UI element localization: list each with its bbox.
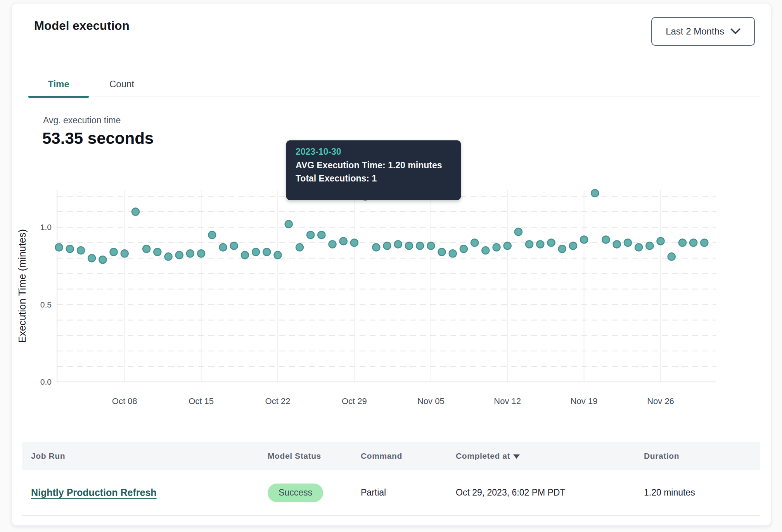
data-point[interactable]	[351, 239, 358, 246]
data-point[interactable]	[340, 237, 347, 245]
duration-cell: 1.20 minutes	[644, 487, 695, 498]
data-point[interactable]	[416, 242, 424, 249]
data-point[interactable]	[318, 231, 325, 238]
data-point[interactable]	[569, 242, 577, 249]
x-tick-label: Oct 29	[342, 396, 367, 406]
tooltip-total-executions: Total Executions: 1	[296, 173, 433, 184]
x-tick-label: Nov 26	[647, 396, 674, 406]
data-point[interactable]	[165, 253, 172, 260]
data-point[interactable]	[143, 245, 150, 252]
data-point[interactable]	[460, 245, 467, 252]
job-run-link[interactable]: Nightly Production Refresh	[31, 487, 157, 498]
column-header-model-status[interactable]: Model Status	[268, 442, 321, 470]
data-point[interactable]	[515, 228, 522, 235]
chart-tabs: Time Count	[22, 72, 761, 97]
x-tick-label: Nov 12	[494, 396, 521, 406]
data-point[interactable]	[110, 248, 118, 256]
data-point[interactable]	[559, 245, 566, 252]
status-badge: Success	[268, 484, 323, 502]
tab-time[interactable]: Time	[28, 72, 89, 97]
sort-desc-icon	[513, 454, 520, 459]
data-point[interactable]	[372, 244, 380, 251]
data-point[interactable]	[504, 242, 511, 249]
data-point[interactable]	[274, 251, 282, 259]
data-point[interactable]	[580, 236, 588, 243]
data-point[interactable]	[668, 253, 675, 260]
active-tab-underline	[28, 96, 89, 98]
data-point[interactable]	[536, 240, 544, 248]
x-tick-label: Nov 05	[417, 396, 445, 406]
data-point[interactable]	[613, 240, 621, 248]
data-point[interactable]	[230, 242, 238, 249]
data-point[interactable]	[176, 251, 183, 259]
data-point[interactable]	[241, 251, 249, 259]
avg-execution-time-value: 53.35 seconds	[42, 129, 154, 148]
data-point[interactable]	[482, 247, 489, 254]
y-axis-title: Execution Time (minutes)	[16, 229, 28, 343]
x-tick-label: Oct 08	[112, 396, 137, 406]
data-point[interactable]	[405, 242, 413, 249]
y-tick-label: 0.5	[40, 300, 52, 309]
avg-execution-time-label: Avg. execution time	[43, 115, 121, 126]
date-range-dropdown[interactable]: Last 2 Months	[651, 17, 755, 46]
data-point[interactable]	[493, 244, 500, 251]
data-point[interactable]	[307, 231, 314, 238]
data-point[interactable]	[77, 247, 85, 254]
column-header-job-run[interactable]: Job Run	[31, 442, 65, 470]
data-point[interactable]	[220, 244, 227, 251]
data-point[interactable]	[394, 240, 402, 248]
execution-time-chart: 0.00.51.0Oct 08Oct 15Oct 22Oct 29Nov 05N…	[16, 182, 737, 415]
data-point[interactable]	[263, 248, 270, 256]
data-point[interactable]	[187, 250, 194, 257]
x-tick-label: Nov 19	[571, 396, 598, 406]
chart-tooltip: 2023-10-30 AVG Execution Time: 1.20 minu…	[286, 140, 461, 200]
x-tick-label: Oct 15	[189, 396, 214, 406]
data-point[interactable]	[121, 250, 128, 257]
x-tick-label: Oct 22	[265, 396, 291, 406]
data-point[interactable]	[449, 250, 457, 257]
runs-table-header: Job Run Model Status Command Completed a…	[22, 442, 760, 470]
data-point[interactable]	[701, 239, 708, 246]
tooltip-avg-execution: AVG Execution Time: 1.20 minutes	[296, 160, 433, 171]
data-point[interactable]	[624, 239, 631, 246]
data-point[interactable]	[690, 239, 697, 246]
data-point[interactable]	[66, 245, 74, 252]
data-point[interactable]	[438, 248, 446, 256]
data-point[interactable]	[296, 244, 303, 251]
data-point[interactable]	[646, 242, 653, 249]
data-point[interactable]	[548, 239, 555, 246]
data-point[interactable]	[329, 240, 336, 248]
data-point[interactable]	[471, 239, 478, 246]
tab-time-label: Time	[48, 79, 69, 90]
data-point[interactable]	[88, 254, 95, 262]
date-range-value: Last 2 Months	[666, 26, 724, 37]
column-header-completed-at[interactable]: Completed at	[456, 442, 520, 470]
data-point[interactable]	[55, 244, 63, 251]
data-point[interactable]	[602, 236, 610, 243]
data-point[interactable]	[526, 240, 533, 248]
tab-count[interactable]: Count	[89, 72, 155, 97]
data-point[interactable]	[99, 256, 106, 263]
data-point[interactable]	[591, 190, 599, 197]
page-title: Model execution	[34, 19, 130, 33]
y-tick-label: 1.0	[40, 223, 52, 231]
column-header-duration[interactable]: Duration	[644, 442, 679, 470]
scatter-plot-svg: 0.00.51.0Oct 08Oct 15Oct 22Oct 29Nov 05N…	[16, 182, 737, 415]
data-point[interactable]	[679, 239, 686, 246]
column-header-command[interactable]: Command	[361, 442, 402, 470]
data-point[interactable]	[154, 248, 161, 256]
data-point[interactable]	[132, 208, 139, 216]
y-tick-label: 0.0	[40, 377, 52, 386]
data-point[interactable]	[384, 242, 391, 249]
data-point[interactable]	[252, 248, 260, 256]
data-point[interactable]	[635, 244, 642, 251]
data-point[interactable]	[208, 231, 216, 238]
tooltip-date: 2023-10-30	[296, 147, 433, 157]
data-point[interactable]	[285, 221, 292, 228]
chevron-down-icon	[730, 28, 740, 35]
data-point[interactable]	[197, 250, 205, 257]
data-point[interactable]	[657, 237, 664, 245]
data-point[interactable]	[427, 242, 434, 249]
command-cell: Partial	[361, 487, 386, 498]
tab-count-label: Count	[109, 79, 134, 90]
